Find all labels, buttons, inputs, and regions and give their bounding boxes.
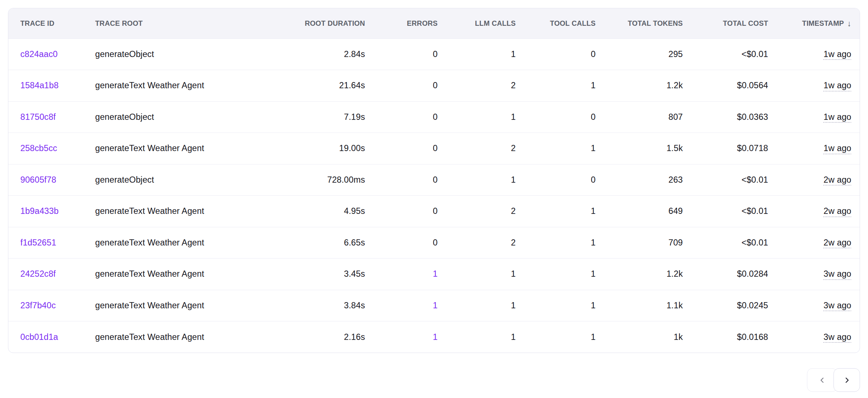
cell-llm_calls: 2 <box>440 70 518 102</box>
cell-value: 0 <box>591 112 596 122</box>
column-header-total_tokens[interactable]: TOTAL TOKENS <box>598 8 685 38</box>
timestamp-value: 1w ago <box>824 112 851 122</box>
cell-value: 0 <box>433 206 438 216</box>
cell-value: generateText Weather Agent <box>95 332 204 342</box>
cell-trace_id[interactable]: c824aac0 <box>8 38 93 70</box>
cell-value: 1 <box>591 143 596 153</box>
cell-value: 1 <box>511 269 516 279</box>
cell-llm_calls: 2 <box>440 196 518 227</box>
cell-value: 6.65s <box>344 238 365 247</box>
cell-llm_calls: 1 <box>440 164 518 196</box>
previous-page-button[interactable] <box>807 368 837 392</box>
column-header-label: TOTAL COST <box>723 19 768 27</box>
cell-value: <$0.01 <box>742 238 768 247</box>
errors-count: 1 <box>433 269 438 279</box>
cell-errors: 1 <box>367 321 440 353</box>
traces-table-card: TRACE IDTRACE ROOTROOT DURATIONERRORSLLM… <box>8 8 860 353</box>
column-header-total_cost[interactable]: TOTAL COST <box>685 8 770 38</box>
next-page-button[interactable] <box>833 368 860 392</box>
cell-trace_id[interactable]: 24252c8f <box>8 259 93 290</box>
cell-trace_root: generateText Weather Agent <box>93 70 276 102</box>
table-row: 81750c8fgenerateObject7.19s010807$0.0363… <box>8 101 860 133</box>
trace-id-link[interactable]: 90605f78 <box>20 175 56 184</box>
cell-errors: 1 <box>367 290 440 321</box>
cell-trace_root: generateText Weather Agent <box>93 227 276 259</box>
column-header-tool_calls[interactable]: TOOL CALLS <box>518 8 598 38</box>
cell-value: 21.64s <box>339 81 365 90</box>
cell-value: 7.19s <box>344 112 365 122</box>
cell-value: generateText Weather Agent <box>95 143 204 153</box>
column-header-errors[interactable]: ERRORS <box>367 8 440 38</box>
table-row: 1584a1b8generateText Weather Agent21.64s… <box>8 70 860 102</box>
cell-value: 0 <box>433 238 438 247</box>
column-header-label: TRACE ROOT <box>95 19 143 27</box>
cell-trace_id[interactable]: 90605f78 <box>8 164 93 196</box>
column-header-root_duration[interactable]: ROOT DURATION <box>276 8 367 38</box>
cell-llm_calls: 1 <box>440 38 518 70</box>
cell-trace_id[interactable]: 258cb5cc <box>8 133 93 165</box>
cell-root_duration: 728.00ms <box>276 164 367 196</box>
cell-value: generateText Weather Agent <box>95 301 204 310</box>
cell-errors: 0 <box>367 70 440 102</box>
cell-timestamp: 3w ago <box>770 259 860 290</box>
cell-llm_calls: 1 <box>440 290 518 321</box>
cell-errors: 0 <box>367 133 440 165</box>
column-header-label: ERRORS <box>407 19 438 27</box>
cell-value: generateText Weather Agent <box>95 81 204 90</box>
cell-timestamp: 1w ago <box>770 133 860 165</box>
trace-id-link[interactable]: 258cb5cc <box>20 143 57 153</box>
cell-total_cost: $0.0245 <box>685 290 770 321</box>
table-row: 24252c8fgenerateText Weather Agent3.45s1… <box>8 259 860 290</box>
cell-value: generateText Weather Agent <box>95 269 204 279</box>
chevron-left-icon <box>818 376 827 385</box>
cell-total_cost: <$0.01 <box>685 196 770 227</box>
cell-trace_id[interactable]: 81750c8f <box>8 101 93 133</box>
trace-id-link[interactable]: 1584a1b8 <box>20 81 58 90</box>
cell-value: generateObject <box>95 112 154 122</box>
cell-total_cost: $0.0363 <box>685 101 770 133</box>
cell-value: 709 <box>668 238 683 247</box>
cell-errors: 1 <box>367 259 440 290</box>
cell-llm_calls: 2 <box>440 227 518 259</box>
cell-total_cost: $0.0718 <box>685 133 770 165</box>
trace-id-link[interactable]: 24252c8f <box>20 269 56 279</box>
cell-value: 19.00s <box>339 143 365 153</box>
table-header-row: TRACE IDTRACE ROOTROOT DURATIONERRORSLLM… <box>8 8 860 38</box>
cell-root_duration: 6.65s <box>276 227 367 259</box>
cell-trace_id[interactable]: 1b9a433b <box>8 196 93 227</box>
trace-id-link[interactable]: 81750c8f <box>20 112 56 122</box>
cell-errors: 0 <box>367 38 440 70</box>
column-header-llm_calls[interactable]: LLM CALLS <box>440 8 518 38</box>
cell-value: 2.16s <box>344 332 365 342</box>
trace-id-link[interactable]: f1d52651 <box>20 238 56 247</box>
column-header-trace_id[interactable]: TRACE ID <box>8 8 93 38</box>
trace-id-link[interactable]: c824aac0 <box>20 49 58 59</box>
table-row: 23f7b40cgenerateText Weather Agent3.84s1… <box>8 290 860 321</box>
cell-trace_id[interactable]: f1d52651 <box>8 227 93 259</box>
cell-trace_root: generateObject <box>93 38 276 70</box>
cell-llm_calls: 2 <box>440 133 518 165</box>
trace-id-link[interactable]: 1b9a433b <box>20 206 58 216</box>
cell-trace_id[interactable]: 0cb01d1a <box>8 321 93 353</box>
cell-timestamp: 2w ago <box>770 196 860 227</box>
trace-id-link[interactable]: 23f7b40c <box>20 301 56 310</box>
cell-trace_root: generateObject <box>93 164 276 196</box>
cell-value: 1 <box>511 332 516 342</box>
cell-timestamp: 1w ago <box>770 70 860 102</box>
cell-total_tokens: 1.5k <box>598 133 685 165</box>
cell-root_duration: 4.95s <box>276 196 367 227</box>
cell-total_tokens: 709 <box>598 227 685 259</box>
cell-trace_id[interactable]: 23f7b40c <box>8 290 93 321</box>
column-header-timestamp[interactable]: TIMESTAMP↓ <box>770 8 860 38</box>
cell-value: $0.0718 <box>737 143 768 153</box>
trace-id-link[interactable]: 0cb01d1a <box>20 332 58 342</box>
cell-value: 0 <box>433 175 438 184</box>
errors-count: 1 <box>433 332 438 342</box>
column-header-trace_root[interactable]: TRACE ROOT <box>93 8 276 38</box>
cell-total_cost: $0.0564 <box>685 70 770 102</box>
cell-timestamp: 2w ago <box>770 164 860 196</box>
cell-trace_id[interactable]: 1584a1b8 <box>8 70 93 102</box>
column-header-label: LLM CALLS <box>475 19 516 27</box>
cell-timestamp: 3w ago <box>770 321 860 353</box>
cell-value: $0.0168 <box>737 332 768 342</box>
